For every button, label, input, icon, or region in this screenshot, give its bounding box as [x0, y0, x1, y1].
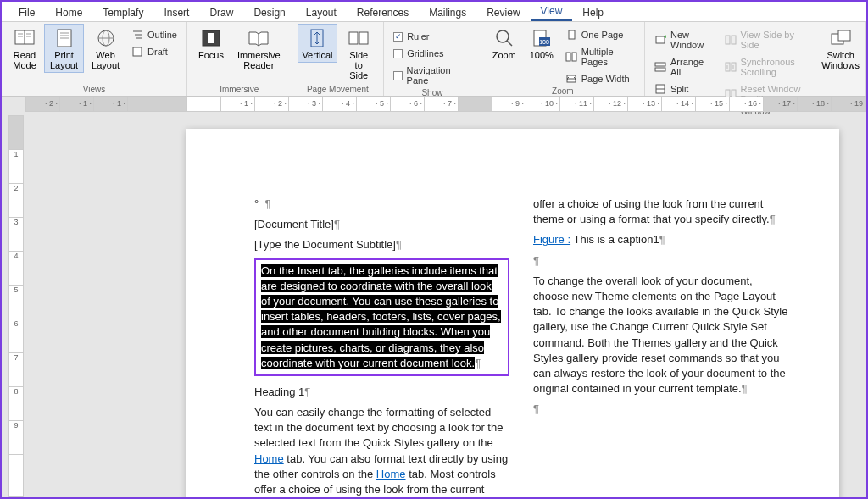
checkbox-icon [393, 32, 403, 42]
group-window: + New Window Arrange All Split View Side… [645, 22, 866, 96]
figure-caption: This is a caption1 [573, 233, 659, 246]
zoom-label: Zoom [492, 50, 516, 60]
degree-mark: ° [254, 197, 259, 210]
document-page[interactable]: ° [Document Title] [Type the Document Su… [186, 129, 839, 497]
vertical-label: Vertical [302, 50, 332, 60]
tab-file[interactable]: File [8, 3, 45, 21]
one-page-button[interactable]: One Page [561, 27, 639, 42]
body2a: You can easily change the formatting of … [254, 406, 503, 449]
tab-templafy[interactable]: Templafy [92, 3, 153, 21]
tab-draw[interactable]: Draw [199, 3, 243, 21]
tab-design[interactable]: Design [243, 3, 295, 21]
group-views: Read Mode Print Layout Web Layout Outlin… [2, 22, 187, 96]
doc-title: [Document Title] [254, 218, 334, 230]
tab-mailings[interactable]: Mailings [419, 3, 476, 21]
side-to-side-button[interactable]: Side to Side [339, 24, 378, 83]
web-layout-button[interactable]: Web Layout [86, 24, 125, 73]
focus-button[interactable]: Focus [192, 24, 230, 63]
web-layout-label: Web Layout [92, 50, 120, 70]
column-left[interactable]: ° [Document Title] [Type the Document Su… [254, 197, 509, 497]
read-mode-label: Read Mode [13, 50, 36, 70]
tab-review[interactable]: Review [476, 3, 530, 21]
focus-label: Focus [198, 50, 224, 60]
read-mode-icon [13, 28, 36, 48]
multiple-pages-button[interactable]: Multiple Pages [561, 44, 639, 69]
tab-view[interactable]: View [531, 2, 573, 21]
hundred-percent-button[interactable]: 100 100% [524, 24, 559, 63]
checkbox-icon [393, 49, 403, 58]
sync-icon [725, 62, 737, 72]
tab-insert[interactable]: Insert [153, 3, 199, 21]
checkbox-icon [393, 71, 402, 80]
read-mode-button[interactable]: Read Mode [7, 24, 42, 73]
figure-link[interactable]: Figure : [533, 233, 570, 246]
sync-scroll-button[interactable]: Synchronous Scrolling [721, 54, 810, 80]
side-to-side-icon [347, 28, 370, 48]
ruler-checkbox[interactable]: Ruler [389, 29, 476, 44]
arrange-all-button[interactable]: Arrange All [650, 54, 709, 80]
zoom-button[interactable]: Zoom [487, 24, 522, 63]
tab-help[interactable]: Help [572, 3, 614, 21]
col2a: offer a choice of using the look from th… [533, 197, 770, 225]
web-layout-icon [94, 28, 118, 48]
tab-home[interactable]: Home [45, 3, 92, 21]
page-movement-group-label: Page Movement [298, 85, 379, 96]
page-width-icon [565, 74, 577, 84]
print-layout-label: Print Layout [50, 50, 78, 70]
svg-rect-22 [359, 32, 368, 44]
svg-rect-21 [349, 32, 358, 44]
new-window-icon: + [654, 35, 666, 45]
gridlines-checkbox[interactable]: Gridlines [389, 46, 476, 61]
col2b: To change the overall look of your docum… [533, 274, 787, 395]
svg-rect-45 [838, 30, 850, 41]
ribbon-tabs: File Home Templafy Insert Draw Design La… [2, 2, 866, 22]
nav-pane-label: Navigation Pane [407, 65, 471, 86]
svg-rect-29 [566, 53, 570, 61]
column-right[interactable]: offer a choice of using the look from th… [533, 197, 788, 497]
ruler-label: Ruler [407, 31, 429, 42]
immersive-reader-button[interactable]: Immersive Reader [231, 24, 287, 73]
svg-rect-28 [569, 30, 575, 39]
home-link-1[interactable]: Home [254, 452, 284, 465]
one-page-icon [565, 30, 577, 40]
hundred-icon: 100 [530, 28, 554, 48]
hundred-label: 100% [530, 50, 554, 60]
switch-windows-button[interactable]: Switch Windows [821, 24, 860, 73]
selection-highlight: On the Insert tab, the galleries include… [254, 258, 509, 376]
horizontal-ruler[interactable]: · 2 · · 1 · · 1 · · 1 · · 2 · · 3 · · 4 … [2, 97, 866, 112]
outline-icon [131, 30, 143, 40]
split-button[interactable]: Split [650, 81, 709, 97]
outline-button[interactable]: Outline [127, 27, 181, 42]
page-area[interactable]: ° [Document Title] [Type the Document Su… [25, 112, 866, 497]
svg-rect-16 [133, 47, 142, 56]
ribbon: Read Mode Print Layout Web Layout Outlin… [2, 22, 866, 97]
new-window-label: New Window [670, 30, 704, 50]
print-layout-button[interactable]: Print Layout [44, 24, 84, 73]
views-group-label: Views [7, 85, 181, 96]
heading-1: Heading 1 [254, 385, 304, 398]
one-page-label: One Page [581, 30, 624, 40]
nav-pane-checkbox[interactable]: Navigation Pane [389, 63, 476, 88]
outline-label: Outline [147, 30, 177, 40]
vertical-ruler[interactable]: 123 456 789 [8, 115, 24, 497]
selected-body-text[interactable]: On the Insert tab, the galleries include… [261, 264, 501, 369]
page-width-label: Page Width [581, 74, 630, 84]
vertical-button[interactable]: Vertical [298, 24, 338, 63]
draft-button[interactable]: Draft [127, 44, 181, 59]
new-window-button[interactable]: + New Window [650, 27, 709, 53]
draft-icon [131, 47, 143, 57]
tab-references[interactable]: References [347, 3, 419, 21]
split-label: Split [670, 84, 688, 94]
svg-rect-35 [655, 68, 665, 71]
tab-layout[interactable]: Layout [296, 3, 347, 21]
print-layout-icon [53, 28, 76, 48]
group-zoom: Zoom 100 100% One Page Multiple Pages Pa… [481, 22, 645, 96]
view-side-by-side-button[interactable]: View Side by Side [721, 27, 810, 53]
home-link-2[interactable]: Home [376, 468, 406, 480]
svg-rect-30 [572, 53, 576, 61]
arrange-icon [654, 62, 666, 72]
multi-label: Multiple Pages [581, 47, 635, 67]
svg-line-24 [507, 41, 512, 46]
page-width-button[interactable]: Page Width [561, 71, 639, 86]
switch-windows-label: Switch Windows [821, 50, 860, 70]
